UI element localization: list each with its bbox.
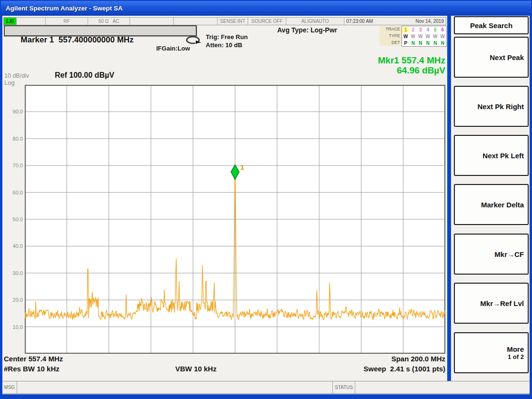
- y-axis-label-40.0: 40.0: [2, 242, 23, 250]
- softkey-next-pk-right[interactable]: Next Pk Right: [454, 86, 529, 127]
- softkey-mkr-cf[interactable]: Mkr→CF: [454, 234, 529, 275]
- y-axis-label-80.0: 80.0: [2, 135, 23, 143]
- softkey-sublabel: 1 of 2: [508, 353, 524, 360]
- legend-trace-trace4: 4: [424, 27, 432, 33]
- center-freq-label: Center 557.4 MHz: [4, 355, 63, 363]
- legend-row-trace: 123456: [402, 26, 446, 33]
- softkey-label: Mkr→CF: [494, 250, 524, 258]
- status-label[interactable]: STATUS: [333, 381, 355, 393]
- marker-readout-freq: Mkr1 557.4 MHz: [321, 55, 445, 66]
- softkey-label: More: [507, 345, 524, 353]
- ifgain-label: IFGain:Low: [156, 45, 190, 52]
- softkey-next-peak[interactable]: Next Peak: [454, 37, 529, 78]
- y-axis-label-20.0: 20.0: [2, 296, 23, 304]
- marker-function-text: Marker 1 557.400000000 MHz: [20, 35, 133, 44]
- y-axis-label-10.0: 10.0: [2, 323, 23, 331]
- msg-field: [17, 381, 333, 393]
- legend-trace-trace5: 5: [432, 27, 439, 33]
- status-cell-alignauto: ALIGNAUTO: [286, 18, 344, 25]
- softkey-peak-search[interactable]: Peak Search: [454, 16, 529, 34]
- legend-type-trace4: W: [424, 33, 432, 40]
- atten-label: Atten: 10 dB: [206, 41, 242, 49]
- softkey-more[interactable]: More1 of 2: [454, 332, 529, 373]
- status-cell-blank-4: [174, 18, 218, 25]
- status-cell-source-off: SOURCE OFF: [248, 18, 286, 25]
- ref-level-label: Ref 100.00 dBµV: [55, 71, 114, 80]
- status-field: [355, 381, 530, 393]
- status-cell-sense-int: SENSE:INT: [218, 18, 248, 25]
- spectrum-plot: 1: [25, 85, 445, 354]
- message-status-bar: MSGSTATUS: [2, 381, 530, 394]
- marker-function-box: Marker 1 557.400000000 MHz: [4, 25, 197, 36]
- legend-trace-trace3: 3: [417, 27, 424, 33]
- window-title-bar[interactable]: Agilent Spectrum Analyzer - Swept SA: [1, 1, 531, 16]
- legend-det-trace4: N: [424, 40, 432, 46]
- legend-type-trace3: W: [417, 33, 424, 40]
- softkey-label: Next Peak: [490, 53, 524, 61]
- clock-time: 07:23:00 AM: [346, 19, 373, 24]
- legend-type-trace2: W: [410, 33, 417, 40]
- softkey-label: Next Pk Right: [477, 102, 524, 111]
- status-cell-50-ac: 50 Ω AC: [88, 18, 130, 25]
- panel-divider: [447, 16, 451, 381]
- trig-label: Trig: Free Run: [206, 33, 248, 41]
- trace-legend-labels: TRACETYPEDET: [380, 26, 402, 46]
- softkey-marker-delta[interactable]: Marker Delta: [454, 184, 529, 225]
- app-title: Agilent Spectrum Analyzer - Swept SA: [6, 5, 123, 12]
- legend-row-label-det: DET: [380, 39, 402, 46]
- marker-number-label: 1: [241, 163, 244, 171]
- legend-trace-trace1: 1: [402, 27, 410, 33]
- msg-label[interactable]: MSG: [2, 381, 17, 393]
- legend-row-label-trace: TRACE: [380, 26, 402, 32]
- y-axis-label-90.0: 90.0: [2, 108, 23, 115]
- log-scale-label: Log: [4, 79, 15, 86]
- legend-det-trace3: N: [417, 40, 424, 46]
- sweep-label: Sweep 2.41 s (1001 pts): [302, 365, 445, 373]
- status-cell-blank-3: [130, 18, 174, 25]
- softkey-label: Mkr→Ref Lvl: [480, 299, 524, 307]
- top-status-bar: LXIRF50 Ω ACSENSE:INTSOURCE OFFALIGNAUTO…: [3, 17, 446, 25]
- y-axis-label-60.0: 60.0: [2, 189, 23, 196]
- instrument-screen: LXIRF50 Ω ACSENSE:INTSOURCE OFFALIGNAUTO…: [2, 16, 530, 394]
- legend-type-trace5: W: [432, 33, 439, 40]
- y-axis-label-30.0: 30.0: [2, 269, 23, 277]
- status-cell-blank-0: [17, 18, 46, 25]
- legend-det-trace1: P: [402, 40, 410, 46]
- legend-row-det: PNNNNN: [402, 40, 446, 46]
- continuous-sweep-icon: [185, 35, 203, 46]
- avg-type-label: Avg Type: Log-Pwr: [269, 26, 345, 34]
- softkey-label: Peak Search: [470, 21, 512, 30]
- vbw-label: VBW 10 kHz: [175, 365, 217, 373]
- softkey-label: Marker Delta: [481, 201, 524, 209]
- clock-date: Nov 14, 2019: [416, 19, 444, 24]
- marker-readout-amplitude: 64.96 dBµV: [321, 65, 445, 76]
- y-axis-label-50.0: 50.0: [2, 215, 23, 223]
- softkey-next-pk-left[interactable]: Next Pk Left: [454, 135, 529, 176]
- trace-legend: 123456WWWWWWPNNNNN: [402, 26, 447, 47]
- y-axis-label-70.0: 70.0: [2, 162, 23, 169]
- scale-per-div-label: 10 dB/div: [4, 72, 29, 79]
- softkey-mkr-ref-lvl[interactable]: Mkr→Ref Lvl: [454, 283, 529, 324]
- lxi-badge: LXI: [4, 18, 17, 25]
- span-label: Span 200.0 MHz: [302, 355, 445, 363]
- legend-row-label-type: TYPE: [380, 32, 402, 39]
- softkey-label: Next Pk Left: [482, 152, 524, 160]
- legend-type-trace6: W: [439, 33, 447, 40]
- status-cell-datetime: 07:23:00 AMNov 14, 2019: [344, 18, 446, 25]
- legend-trace-trace6: 6: [439, 27, 447, 33]
- legend-det-trace6: N: [439, 40, 447, 46]
- legend-det-trace2: N: [410, 40, 417, 46]
- rbw-label: #Res BW 10 kHz: [4, 365, 60, 373]
- analyzer-window: Agilent Spectrum Analyzer - Swept SA LXI…: [0, 0, 532, 399]
- status-cell-rf: RF: [46, 18, 88, 25]
- legend-trace-trace2: 2: [410, 27, 417, 33]
- legend-row-type: WWWWWW: [402, 33, 446, 40]
- legend-type-trace1: W: [402, 33, 410, 40]
- legend-det-trace5: N: [432, 40, 439, 46]
